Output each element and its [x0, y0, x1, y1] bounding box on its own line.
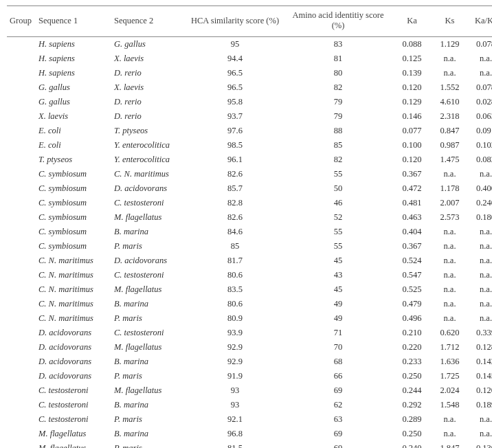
table-row: C. symbiosumP. maris85550.367n.a.n.a. [7, 239, 492, 254]
table-row: C. N. maritimusP. maris80.9490.496n.a.n.… [7, 311, 492, 326]
cell-aa: 55 [283, 225, 393, 239]
cell-ks: n.a. [431, 254, 469, 268]
cell-kaks: 0.180 [469, 210, 492, 225]
cell-ks: 1.552 [431, 80, 469, 95]
cell-seq1: D. acidovorans [36, 340, 111, 355]
cell-kaks: 0.028 [469, 95, 492, 109]
cell-aa: 46 [283, 196, 393, 210]
header-ka: Ka [393, 6, 431, 37]
cell-seq1: C. testosteroni [36, 412, 111, 427]
cell-aa: 43 [283, 268, 393, 282]
cell-seq1: X. laevis [36, 109, 111, 124]
cell-aa: 70 [283, 340, 393, 355]
table-row: M. flagellatusB. marina96.8690.250n.a.n.… [7, 427, 492, 441]
cell-group [7, 124, 36, 138]
cell-seq2: X. laevis [111, 80, 187, 95]
table-row: G. gallusX. laevis96.5820.1201.5520.078 [7, 80, 492, 95]
cell-ka: 0.244 [393, 383, 431, 398]
cell-hca: 83.5 [187, 282, 283, 297]
cell-seq1: C. symbiosum [36, 167, 111, 181]
cell-hca: 91.9 [187, 369, 283, 383]
cell-group [7, 37, 36, 52]
cell-hca: 92.1 [187, 412, 283, 427]
table-row: C. N. maritimusB. marina80.6490.479n.a.n… [7, 297, 492, 311]
cell-aa: 83 [283, 37, 393, 52]
cell-seq2: M. flagellatus [111, 282, 187, 297]
cell-ks: 2.024 [431, 383, 469, 398]
cell-ka: 0.250 [393, 427, 431, 441]
cell-ka: 0.120 [393, 80, 431, 95]
cell-ka: 0.481 [393, 196, 431, 210]
cell-hca: 96.5 [187, 80, 283, 95]
cell-aa: 82 [283, 80, 393, 95]
cell-hca: 98.5 [187, 138, 283, 153]
cell-seq2: P. maris [111, 311, 187, 326]
cell-kaks: n.a. [469, 52, 492, 66]
table-row: D. acidovoransM. flagellatus92.9700.2201… [7, 340, 492, 355]
table-row: X. laevisD. rerio93.7790.1462.3180.063 [7, 109, 492, 124]
cell-kaks: n.a. [469, 167, 492, 181]
cell-kaks: n.a. [469, 239, 492, 254]
cell-ks: n.a. [431, 52, 469, 66]
cell-group [7, 95, 36, 109]
cell-seq1: C. testosteroni [36, 383, 111, 398]
cell-seq2: D. acidovorans [111, 181, 187, 196]
cell-group [7, 355, 36, 369]
cell-seq1: M. flagellatus [36, 427, 111, 441]
cell-hca: 93 [187, 398, 283, 412]
cell-ka: 0.077 [393, 124, 431, 138]
cell-aa: 55 [283, 239, 393, 254]
cell-ks: 1.548 [431, 398, 469, 412]
header-kaks: Ka/Ks [469, 6, 492, 37]
cell-group [7, 210, 36, 225]
cell-aa: 52 [283, 210, 393, 225]
cell-aa: 55 [283, 167, 393, 181]
cell-aa: 69 [283, 383, 393, 398]
table-row: C. testosteroniB. marina93620.2921.5480.… [7, 398, 492, 412]
cell-seq1: D. acidovorans [36, 369, 111, 383]
cell-group [7, 66, 36, 80]
cell-ks: n.a. [431, 311, 469, 326]
table-row: C. symbiosumM. flagellatus82.6520.4632.5… [7, 210, 492, 225]
cell-hca: 94.4 [187, 52, 283, 66]
cell-ks: n.a. [431, 225, 469, 239]
header-seq1: Sequence 1 [36, 6, 111, 37]
table-row: C. symbiosumC. N. maritimus82.6550.367n.… [7, 167, 492, 181]
cell-kaks: 0.339 [469, 326, 492, 340]
cell-group [7, 138, 36, 153]
cell-ks: 2.573 [431, 210, 469, 225]
cell-aa: 45 [283, 254, 393, 268]
cell-seq1: C. symbiosum [36, 210, 111, 225]
header-group: Group [7, 6, 36, 37]
cell-seq1: T. ptyseos [36, 153, 111, 167]
header-ks: Ks [431, 6, 469, 37]
header-seq2: Sequence 2 [111, 6, 187, 37]
cell-seq2: C. testosteroni [111, 326, 187, 340]
cell-group [7, 297, 36, 311]
cell-kaks: 0.142 [469, 355, 492, 369]
table-row: D. acidovoransP. maris91.9660.2501.7250.… [7, 369, 492, 383]
table-row: C. symbiosumC. testosteroni82.8460.4812.… [7, 196, 492, 210]
cell-seq1: G. gallus [36, 80, 111, 95]
table-row: H. sapiensX. laevis94.4810.125n.a.n.a. [7, 52, 492, 66]
cell-seq1: C. N. maritimus [36, 254, 111, 268]
header-row: Group Sequence 1 Sequence 2 HCA similari… [7, 6, 492, 37]
cell-hca: 97.6 [187, 124, 283, 138]
comparison-table: Group Sequence 1 Sequence 2 HCA similari… [7, 5, 492, 448]
table-row: M. flagellatusP. maris81.5690.2401.8470.… [7, 441, 492, 448]
cell-ka: 0.463 [393, 210, 431, 225]
cell-group [7, 80, 36, 95]
cell-aa: 79 [283, 95, 393, 109]
cell-ka: 0.547 [393, 268, 431, 282]
cell-group [7, 153, 36, 167]
cell-kaks: n.a. [469, 297, 492, 311]
cell-kaks: n.a. [469, 254, 492, 268]
cell-aa: 71 [283, 326, 393, 340]
table-row: C. N. maritimusM. flagellatus83.5450.525… [7, 282, 492, 297]
cell-ks: 0.987 [431, 138, 469, 153]
cell-seq2: B. marina [111, 225, 187, 239]
cell-aa: 80 [283, 66, 393, 80]
header-aa: Amino acid identitiy score (%) [283, 6, 393, 37]
table-row: C. symbiosumD. acidovorans85.7500.4721.1… [7, 181, 492, 196]
cell-seq2: M. flagellatus [111, 340, 187, 355]
